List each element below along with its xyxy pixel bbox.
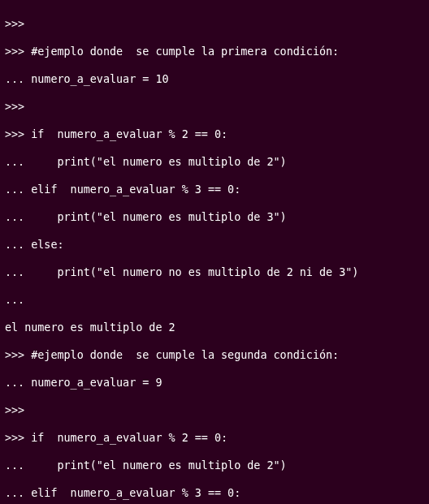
terminal-line: ... elif numero_a_evaluar % 3 == 0: — [5, 183, 424, 196]
terminal-line: >>> #ejemplo donde se cumple la primera … — [5, 45, 424, 58]
terminal-line: ... numero_a_evaluar = 10 — [5, 72, 424, 86]
terminal-line: >>> — [5, 17, 424, 31]
terminal-line: ... else: — [5, 238, 424, 252]
terminal-line: >>> — [5, 100, 424, 114]
terminal-line: ... print("el numero no es multiplo de 2… — [5, 265, 424, 279]
terminal-line: ... print("el numero es multiplo de 2") — [5, 459, 424, 472]
terminal-line: ... print("el numero es multiplo de 3") — [5, 210, 424, 224]
terminal-line: ... numero_a_evaluar = 9 — [5, 376, 424, 390]
terminal-line: >>> if numero_a_evaluar % 2 == 0: — [5, 431, 424, 445]
terminal-line: ... — [5, 293, 424, 307]
terminal-line: >>> #ejemplo donde se cumple la segunda … — [5, 348, 424, 362]
terminal-line: el numero es multiplo de 2 — [5, 321, 424, 334]
terminal-line: ... print("el numero es multiplo de 2") — [5, 155, 424, 169]
terminal-line: >>> if numero_a_evaluar % 2 == 0: — [5, 127, 424, 141]
terminal-line: ... elif numero_a_evaluar % 3 == 0: — [5, 486, 424, 500]
terminal-line: >>> — [5, 403, 424, 417]
terminal[interactable]: >>> >>> #ejemplo donde se cumple la prim… — [0, 0, 429, 504]
